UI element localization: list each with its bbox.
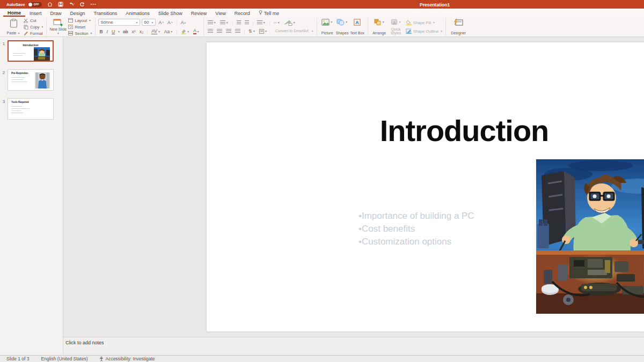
align-text-button[interactable]: ▼ — [258, 29, 268, 34]
justify-button[interactable] — [234, 29, 241, 34]
cut-button[interactable]: Cut — [24, 18, 43, 23]
fill-bucket-icon — [406, 20, 412, 25]
more-options-icon[interactable] — [90, 2, 96, 8]
slide-2-thumbnail[interactable]: Pre-Requisites — [8, 69, 54, 91]
text-direction-button[interactable]: ⇅ ▼ — [247, 28, 257, 34]
text-box-icon: A — [354, 19, 361, 26]
change-case-button[interactable]: Aa ▼ — [163, 29, 174, 34]
underline-caret[interactable]: ▼ — [118, 30, 120, 33]
align-left-button[interactable] — [207, 29, 214, 34]
picture-button[interactable]: ▼ Picture — [320, 18, 335, 36]
smartart-shortcut-button[interactable]: ▼ — [283, 20, 297, 26]
tab-review[interactable]: Review — [187, 9, 211, 17]
italic-button[interactable]: I — [106, 29, 109, 34]
insert-group: ▼ Picture ▼ Shapes A Text Box — [317, 18, 368, 36]
autosave-toggle[interactable]: OFF — [28, 2, 42, 7]
accessibility-person-icon — [99, 357, 104, 361]
bullet-line: •Customization options — [358, 235, 474, 248]
slide-illustration[interactable] — [536, 159, 644, 314]
align-text-icon — [259, 29, 264, 34]
ribbon-tabs: Home Insert Draw Design Transitions Anim… — [0, 9, 644, 17]
tab-animations[interactable]: Animations — [121, 9, 154, 17]
redo-icon[interactable] — [79, 2, 85, 8]
status-bar: Slide 1 of 3 English (United States) Acc… — [0, 355, 644, 362]
notes-panel[interactable]: Click to add notes — [63, 337, 644, 355]
align-center-button[interactable] — [216, 29, 223, 34]
shape-fill-button[interactable]: Shape Fill ▼ — [406, 19, 443, 26]
tab-draw[interactable]: Draw — [46, 9, 66, 17]
reset-button[interactable]: Reset — [68, 24, 92, 29]
slide-editor[interactable]: Introduction •Importance of building a P… — [207, 42, 644, 331]
bullet-line: •Cost benefits — [358, 223, 474, 235]
quick-styles-button[interactable]: ▼ Quick Styles — [388, 18, 404, 36]
text-highlight-button[interactable]: ▼ — [180, 29, 191, 34]
tab-view[interactable]: View — [211, 9, 230, 17]
designer-group: Designer — [446, 18, 471, 36]
superscript-button[interactable]: x² — [131, 29, 137, 34]
font-color-button[interactable]: A ▼ — [192, 28, 201, 34]
section-button[interactable]: Section ▼ — [68, 31, 92, 36]
underline-button[interactable]: U — [111, 29, 116, 34]
align-right-button[interactable] — [225, 29, 232, 34]
copy-button[interactable]: Copy ▼ — [24, 24, 43, 29]
new-slide-button[interactable]: New Slide ▼ — [49, 18, 67, 36]
layout-button[interactable]: Layout ▼ — [68, 18, 92, 23]
arrange-button[interactable]: ▼ Arrange — [371, 18, 388, 36]
tab-slide-show[interactable]: Slide Show — [154, 9, 187, 17]
character-spacing-button[interactable]: AV ▼ — [150, 28, 162, 34]
language-button[interactable]: English (United States) — [41, 356, 88, 361]
slide-1-thumbnail[interactable]: Introduction — [8, 40, 54, 62]
format-painter-button[interactable]: Format — [24, 31, 43, 36]
font-name-select[interactable]: Söhne▼ — [98, 19, 140, 26]
decrease-font-size-button[interactable]: A˅ — [166, 20, 174, 25]
clipboard-icon — [10, 19, 18, 28]
tab-transitions[interactable]: Transitions — [90, 9, 122, 17]
slide-3-thumbnail[interactable]: Tools Required — [8, 98, 54, 120]
paste-button[interactable]: Paste ▼ — [5, 18, 22, 36]
svg-text:A: A — [355, 20, 359, 25]
section-icon — [68, 31, 73, 35]
clear-formatting-button[interactable]: A⌀ — [180, 20, 187, 25]
new-slide-icon — [53, 19, 63, 27]
tab-home[interactable]: Home — [3, 9, 25, 17]
convert-smartart-button[interactable]: Convert to SmartArt — [274, 29, 310, 33]
increase-font-size-button[interactable]: A˄ — [157, 20, 165, 25]
convert-smartart-caret[interactable]: ▼ — [311, 29, 314, 33]
home-icon[interactable] — [47, 2, 53, 8]
bullets-button[interactable]: ▼ — [207, 20, 217, 25]
save-icon[interactable] — [58, 2, 64, 8]
slide-1-thumb-title: Introduction — [9, 43, 53, 47]
undo-icon[interactable] — [69, 2, 75, 8]
outline-pen-icon — [406, 28, 412, 34]
toggle-knob-icon — [28, 3, 32, 6]
columns-button[interactable]: ▫▫ ▼ — [273, 20, 281, 25]
arrange-icon — [374, 19, 382, 26]
decrease-indent-button[interactable] — [236, 20, 242, 25]
slide-thumbnail-panel: 1 Introduction — [0, 37, 63, 355]
autosave-state: OFF — [34, 3, 39, 6]
notes-placeholder: Click to add notes — [65, 340, 644, 345]
autosave-label: AutoSave — [6, 2, 25, 7]
reset-icon — [68, 25, 73, 29]
strikethrough-button[interactable]: ab — [122, 29, 129, 34]
tab-insert[interactable]: Insert — [25, 9, 46, 17]
accessibility-button[interactable]: Accessibility: Investigate — [99, 356, 155, 361]
slide-title-text[interactable]: Introduction — [303, 113, 625, 148]
font-size-select[interactable]: 60▼ — [142, 19, 156, 26]
tab-tell-me[interactable]: Tell me — [254, 9, 284, 17]
bold-button[interactable]: B — [98, 29, 104, 34]
subscript-button[interactable]: x₂ — [138, 29, 145, 34]
font-group: Söhne▼ 60▼ A˄ A˅ A⌀ B I U ▼ ab x² x₂ AV … — [96, 18, 203, 36]
designer-icon — [453, 19, 463, 27]
tab-record[interactable]: Record — [230, 9, 254, 17]
designer-button[interactable]: Designer — [449, 18, 468, 36]
increase-indent-button[interactable] — [244, 20, 250, 25]
slide-body-text[interactable]: •Importance of building a PC •Cost benef… — [358, 210, 474, 248]
text-box-button[interactable]: A Text Box — [350, 18, 365, 36]
shapes-icon — [336, 19, 345, 26]
line-spacing-button[interactable]: ▼ — [256, 20, 267, 25]
shapes-button[interactable]: ▼ Shapes — [335, 18, 350, 36]
tab-design[interactable]: Design — [66, 9, 90, 17]
shape-outline-button[interactable]: Shape Outline ▼ — [406, 28, 443, 34]
numbering-button[interactable]: ▼ — [219, 20, 230, 25]
